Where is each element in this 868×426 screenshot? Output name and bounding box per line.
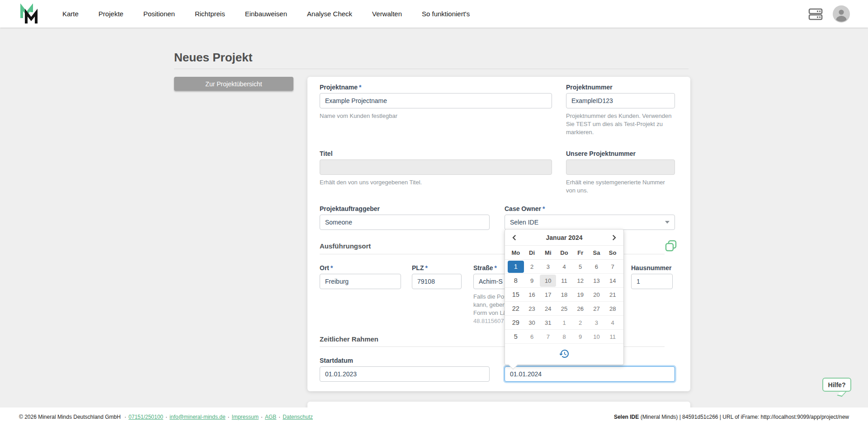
- server-stack-icon[interactable]: [808, 8, 823, 20]
- calendar-day-5-other[interactable]: 5: [508, 331, 524, 343]
- footer-separator: ·: [278, 414, 280, 420]
- calendar-day-8-other[interactable]: 8: [556, 331, 572, 343]
- project-overview-button[interactable]: Zur Projektübersicht: [174, 77, 293, 91]
- copy-icon[interactable]: [665, 239, 677, 252]
- calendar-day-26[interactable]: 26: [572, 303, 589, 315]
- calendar-day-30[interactable]: 30: [524, 317, 540, 329]
- ort-input[interactable]: [320, 274, 401, 289]
- calendar-day-17[interactable]: 17: [540, 289, 556, 301]
- calendar-day-4-other[interactable]: 4: [604, 317, 621, 329]
- mineral-minds-logo-icon[interactable]: [19, 4, 41, 24]
- calendar-day-10-today[interactable]: 10: [540, 275, 556, 287]
- calendar-day-2-other[interactable]: 2: [572, 317, 589, 329]
- nav-item-karte[interactable]: Karte: [62, 10, 79, 18]
- page-title: Neues Projekt: [174, 51, 252, 65]
- calendar-day-2[interactable]: 2: [524, 261, 540, 273]
- user-avatar-icon[interactable]: [833, 5, 850, 23]
- calendar-day-13[interactable]: 13: [589, 275, 605, 287]
- nav-item-so-funktioniert-s[interactable]: So funktioniert's: [422, 10, 470, 18]
- calendar-weekday-do: Do: [556, 249, 572, 256]
- titel-label: Titel: [320, 150, 333, 157]
- projektauftraggeber-input[interactable]: [320, 215, 490, 230]
- calendar-day-27[interactable]: 27: [589, 303, 605, 315]
- calendar-day-3[interactable]: 3: [540, 261, 556, 273]
- calendar-day-22[interactable]: 22: [508, 303, 524, 315]
- datepicker-footer: [505, 344, 623, 364]
- calendar-day-5[interactable]: 5: [572, 261, 589, 273]
- help-button[interactable]: Hilfe?: [822, 378, 851, 392]
- calendar-day-10-other[interactable]: 10: [589, 331, 605, 343]
- footer-separator: ·: [124, 414, 126, 420]
- required-asterisk: *: [359, 84, 361, 91]
- nav-item-verwalten[interactable]: Verwalten: [372, 10, 402, 18]
- nav-item-projekte[interactable]: Projekte: [99, 10, 123, 18]
- nav-item-analyse-check[interactable]: Analyse Check: [307, 10, 352, 18]
- calendar-day-25[interactable]: 25: [556, 303, 572, 315]
- title-divider: [174, 69, 689, 69]
- calendar-day-3-other[interactable]: 3: [589, 317, 605, 329]
- nav-item-richtpreis[interactable]: Richtpreis: [195, 10, 225, 18]
- navbar-right: [808, 0, 850, 28]
- calendar-day-16[interactable]: 16: [524, 289, 540, 301]
- calendar-day-18[interactable]: 18: [556, 289, 572, 301]
- calendar-day-28[interactable]: 28: [604, 303, 621, 315]
- calendar-day-24[interactable]: 24: [540, 303, 556, 315]
- calendar-day-9-other[interactable]: 9: [572, 331, 589, 343]
- case-owner-select[interactable]: [505, 215, 675, 230]
- footer-session-user: Selen IDE: [614, 414, 639, 420]
- ort-label: Ort*: [320, 264, 333, 272]
- plz-input[interactable]: [412, 274, 462, 289]
- calendar-day-8[interactable]: 8: [508, 275, 524, 287]
- projektname-input[interactable]: [320, 93, 552, 108]
- footer-link-impressum[interactable]: Impressum: [232, 414, 259, 420]
- startdatum-input[interactable]: [320, 366, 490, 382]
- calendar-day-1-other[interactable]: 1: [556, 317, 572, 329]
- enddatum-input[interactable]: [505, 366, 675, 382]
- calendar-day-7-other[interactable]: 7: [540, 331, 556, 343]
- footer-link-info-mineral-minds-de[interactable]: info@mineral-minds.de: [170, 414, 226, 420]
- calendar-weekday-sa: Sa: [589, 249, 605, 256]
- calendar-day-29[interactable]: 29: [508, 317, 524, 329]
- calendar-day-19[interactable]: 19: [572, 289, 589, 301]
- new-project-form-card: Projektname* Name vom Kunden festlegbar …: [307, 77, 690, 391]
- footer-copyright: © 2026 Mineral Minds Deutschland GmbH: [19, 414, 121, 420]
- nav-item-einbauweisen[interactable]: Einbauweisen: [245, 10, 287, 18]
- calendar-day-23[interactable]: 23: [524, 303, 540, 315]
- calendar-day-11-other[interactable]: 11: [604, 331, 621, 343]
- footer-link-datenschutz[interactable]: Datenschutz: [283, 414, 313, 420]
- footer-separator: ·: [261, 414, 263, 420]
- hausnummer-label: Hausnummer: [631, 264, 671, 272]
- calendar-month-label[interactable]: Januar 2024: [546, 234, 583, 241]
- calendar-day-11[interactable]: 11: [556, 275, 572, 287]
- calendar-day-6[interactable]: 6: [589, 261, 605, 273]
- calendar-day-12[interactable]: 12: [572, 275, 589, 287]
- calendar-week-row: 15161718192021: [505, 288, 623, 302]
- calendar-day-7[interactable]: 7: [604, 261, 621, 273]
- projektnummer-input[interactable]: [566, 93, 675, 108]
- calendar-day-6-other[interactable]: 6: [524, 331, 540, 343]
- calendar-day-9[interactable]: 9: [524, 275, 540, 287]
- footer-link-agb[interactable]: AGB: [265, 414, 276, 420]
- calendar-day-1-sel[interactable]: 1: [508, 261, 524, 273]
- calendar-day-15[interactable]: 15: [508, 289, 524, 301]
- strasse-label: Straße*: [473, 264, 497, 272]
- projektnummer-helper: Projektnummer des Kunden. Verwenden Sie …: [566, 112, 675, 136]
- footer-link-07151-250100[interactable]: 07151/250100: [128, 414, 163, 420]
- calendar-day-20[interactable]: 20: [589, 289, 605, 301]
- projektnummer-label: Projektnummer: [566, 84, 613, 91]
- calendar-week-row: 567891011: [505, 330, 623, 344]
- calendar-day-21[interactable]: 21: [604, 289, 621, 301]
- section-zeitlicher-rahmen: Zeitlicher Rahmen: [320, 335, 378, 343]
- nav-item-positionen[interactable]: Positionen: [143, 10, 175, 18]
- footer-separator: ·: [228, 414, 230, 420]
- calendar-day-31[interactable]: 31: [540, 317, 556, 329]
- calendar-day-14[interactable]: 14: [604, 275, 621, 287]
- restore-icon[interactable]: [559, 348, 570, 359]
- plz-label: PLZ*: [412, 264, 428, 272]
- calendar-next-icon[interactable]: [609, 233, 619, 243]
- calendar-prev-icon[interactable]: [509, 233, 519, 243]
- calendar-week-row: 1234567: [505, 260, 623, 274]
- hausnummer-input[interactable]: [631, 274, 673, 289]
- calendar-day-4[interactable]: 4: [556, 261, 572, 273]
- titel-input: [320, 159, 552, 175]
